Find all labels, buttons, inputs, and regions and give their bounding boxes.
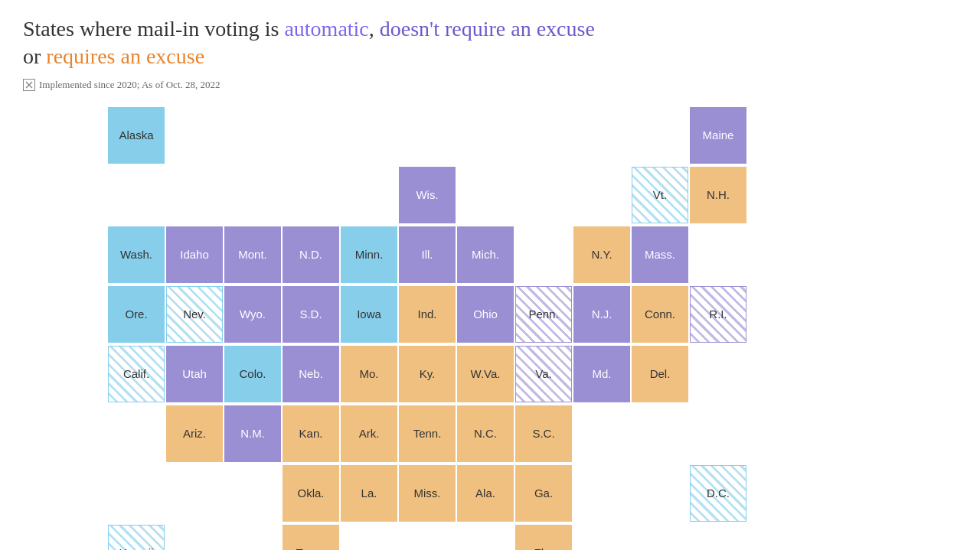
state-cell-e7: [632, 525, 688, 550]
state-cell-e3: [690, 405, 746, 462]
state-cell-e0: [108, 465, 165, 522]
state-cell-nc: N.C.: [457, 405, 514, 462]
state-cell-e6: [515, 167, 572, 223]
state-cell-sd: S.D.: [283, 286, 339, 343]
state-cell-conn: Conn.: [632, 286, 688, 343]
state-cell-e4: [399, 525, 456, 550]
state-cell-e7: [573, 167, 630, 223]
state-cell-hawaii: Hawaii: [108, 525, 165, 550]
map-row-row6: Okla.La.Miss.Ala.Ga.D.C.: [107, 464, 873, 522]
state-cell-ark: Ark.: [341, 405, 397, 462]
state-cell-e0: [108, 405, 165, 462]
state-cell-colo: Colo.: [224, 346, 281, 402]
state-cell-nh: N.H.: [690, 167, 746, 223]
state-cell-calif: Calif.: [108, 346, 165, 402]
state-cell-maine: Maine: [690, 107, 746, 164]
state-cell-wash: Wash.: [108, 226, 165, 283]
state-cell-ariz: Ariz.: [166, 405, 223, 462]
state-cell-empty7: [515, 107, 572, 164]
state-cell-mich: Mich.: [457, 226, 514, 283]
state-cell-e5: [457, 167, 514, 223]
state-cell-e8: [690, 525, 746, 550]
state-cell-e0: [515, 226, 572, 283]
state-cell-minn: Minn.: [341, 226, 397, 283]
state-cell-empty3: [283, 107, 339, 164]
state-cell-e4: [341, 167, 397, 223]
state-cell-va: Va.: [515, 346, 572, 402]
state-cell-nd: N.D.: [283, 226, 339, 283]
state-cell-fla: Fla.: [515, 525, 572, 550]
state-cell-e3: [283, 167, 339, 223]
page-wrapper: States where mail-in voting is automatic…: [23, 15, 957, 550]
state-cell-mo: Mo.: [341, 346, 397, 402]
state-cell-e3: [573, 465, 630, 522]
state-cell-vt: Vt.: [632, 167, 688, 223]
state-cell-e1: [166, 167, 223, 223]
map-row-row1: Wis.Vt.N.H.: [107, 166, 873, 224]
state-cell-e1: [690, 226, 746, 283]
state-cell-ky: Ky.: [399, 346, 456, 402]
state-cell-penn: Penn.: [515, 286, 572, 343]
state-cell-ga: Ga.: [515, 465, 572, 522]
state-cell-empty6: [457, 107, 514, 164]
state-cell-neb: Neb.: [283, 346, 339, 402]
state-cell-idaho: Idaho: [166, 226, 223, 283]
state-cell-alaska: Alaska: [108, 107, 165, 164]
state-cell-ny: N.Y.: [573, 226, 630, 283]
map-container: AlaskaMaineWis.Vt.N.H.Wash.IdahoMont.N.D…: [107, 106, 873, 550]
state-cell-e2: [224, 167, 281, 223]
map-row-row2: Wash.IdahoMont.N.D.Minn.Ill.Mich.N.Y.Mas…: [107, 226, 873, 284]
map-row-row0: AlaskaMaine: [107, 106, 873, 164]
state-cell-e4: [632, 465, 688, 522]
title-automatic: automatic: [284, 17, 368, 41]
state-cell-ore: Ore.: [108, 286, 165, 343]
state-cell-ala: Ala.: [457, 465, 514, 522]
subtitle-text: Implemented since 2020; As of Oct. 28, 2…: [39, 79, 220, 91]
title-sep1: ,: [369, 17, 380, 41]
subtitle: Implemented since 2020; As of Oct. 28, 2…: [23, 79, 957, 91]
state-cell-texas: Texas: [283, 525, 339, 550]
state-cell-wva: W.Va.: [457, 346, 514, 402]
state-cell-ri: R.I.: [690, 286, 746, 343]
state-cell-ohio: Ohio: [457, 286, 514, 343]
state-cell-nj: N.J.: [573, 286, 630, 343]
map-row-row4: Calif.UtahColo.Neb.Mo.Ky.W.Va.Va.Md.Del.: [107, 345, 873, 403]
state-cell-empty1: [166, 107, 223, 164]
state-cell-miss: Miss.: [399, 465, 456, 522]
map-row-row5: Ariz.N.M.Kan.Ark.Tenn.N.C.S.C.: [107, 405, 873, 463]
state-cell-e1: [166, 525, 223, 550]
map-row-row7: HawaiiTexasFla.: [107, 524, 873, 550]
state-cell-nm: N.M.: [224, 405, 281, 462]
state-cell-e5: [457, 525, 514, 550]
state-cell-e1: [573, 405, 630, 462]
state-cell-e2: [632, 405, 688, 462]
state-cell-e0: [108, 167, 165, 223]
state-cell-okla: Okla.: [283, 465, 339, 522]
state-cell-sc: S.C.: [515, 405, 572, 462]
title-prefix: States where mail-in voting is: [23, 17, 284, 41]
title-or: or: [23, 44, 46, 68]
state-cell-e6: [573, 525, 630, 550]
state-cell-iowa: Iowa: [341, 286, 397, 343]
state-cell-empty8: [573, 107, 630, 164]
state-cell-kan: Kan.: [283, 405, 339, 462]
map-row-row3: Ore.Nev.Wyo.S.D.IowaInd.OhioPenn.N.J.Con…: [107, 285, 873, 343]
state-cell-mont: Mont.: [224, 226, 281, 283]
state-cell-dc: D.C.: [690, 465, 746, 522]
state-cell-empty2: [224, 107, 281, 164]
state-cell-tenn: Tenn.: [399, 405, 456, 462]
state-cell-wyo: Wyo.: [224, 286, 281, 343]
state-cell-nev: Nev.: [166, 286, 223, 343]
state-cell-empty9: [632, 107, 688, 164]
title-excuse: requires an excuse: [46, 44, 204, 68]
state-cell-empty5: [399, 107, 456, 164]
state-cell-md: Md.: [573, 346, 630, 402]
state-cell-del: Del.: [632, 346, 688, 402]
state-cell-e2: [224, 465, 281, 522]
state-cell-ind: Ind.: [399, 286, 456, 343]
state-cell-e1: [166, 465, 223, 522]
state-cell-ill: Ill.: [399, 226, 456, 283]
state-cell-empty4: [341, 107, 397, 164]
state-cell-mass: Mass.: [632, 226, 688, 283]
title-no-excuse: doesn't require an excuse: [380, 17, 595, 41]
